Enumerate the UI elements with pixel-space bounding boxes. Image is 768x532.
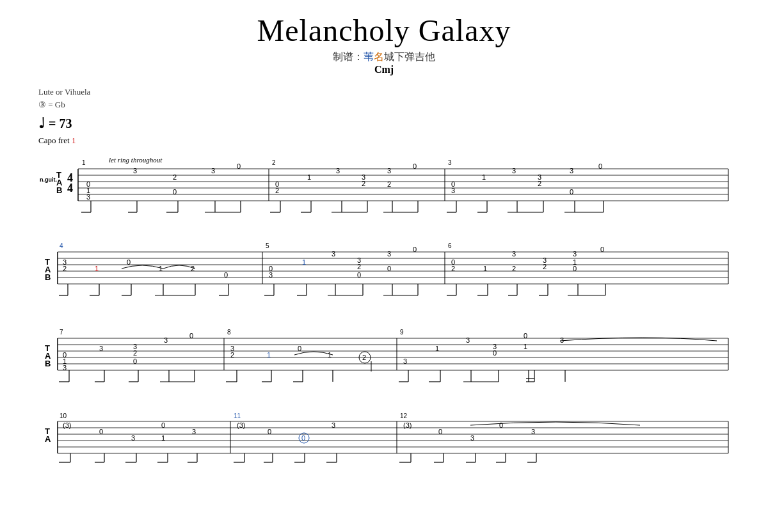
- svg-text:0: 0: [524, 332, 527, 340]
- svg-text:3: 3: [512, 167, 516, 175]
- svg-text:3: 3: [470, 434, 474, 442]
- svg-text:2: 2: [357, 263, 361, 270]
- svg-text:3: 3: [403, 357, 407, 365]
- subtitle-green: 城下弹吉他: [384, 51, 435, 62]
- section-3: T A B 7 0 1 3 3 3 2 0: [38, 320, 730, 397]
- svg-text:0: 0: [570, 188, 573, 196]
- tempo-line: ♩ = 73: [38, 115, 730, 132]
- svg-text:let ring throughout: let ring throughout: [109, 156, 163, 164]
- capo-line: Capo fret 1: [38, 136, 730, 146]
- svg-text:2: 2: [230, 351, 234, 359]
- svg-text:0: 0: [224, 271, 228, 279]
- svg-text:4: 4: [60, 242, 63, 249]
- subtitle-orange: 名: [374, 51, 384, 62]
- svg-text:0: 0: [237, 162, 241, 170]
- title-section: Melancholy Galaxy 制谱：苇名城下弹吉他 Cmj: [38, 13, 730, 75]
- svg-text:5: 5: [266, 242, 269, 249]
- svg-text:1: 1: [302, 258, 306, 266]
- svg-text:(3): (3): [403, 421, 412, 429]
- svg-text:3: 3: [63, 364, 67, 372]
- svg-text:3: 3: [86, 193, 90, 201]
- svg-text:11: 11: [234, 412, 241, 419]
- svg-text:2: 2: [451, 265, 455, 272]
- section-4: T A 10 (3) 0 3 0 1: [38, 410, 730, 467]
- svg-text:3: 3: [211, 167, 215, 175]
- svg-text:A: A: [45, 434, 51, 444]
- main-title: Melancholy Galaxy: [38, 13, 730, 48]
- svg-text:3: 3: [336, 167, 340, 175]
- svg-text:1: 1: [328, 351, 332, 359]
- svg-text:0: 0: [387, 265, 391, 272]
- svg-text:2: 2: [191, 265, 195, 272]
- staff-svg-1: n.guit. T A B 4 4 let ring throughout 1 …: [38, 151, 730, 221]
- svg-text:1: 1: [159, 265, 163, 272]
- subtitle-blue: 苇: [364, 51, 374, 62]
- svg-text:2: 2: [362, 180, 365, 187]
- svg-text:2: 2: [63, 265, 67, 272]
- svg-text:0: 0: [301, 434, 305, 442]
- svg-text:0: 0: [298, 345, 301, 352]
- svg-text:9: 9: [400, 329, 404, 336]
- svg-text:1: 1: [307, 173, 311, 181]
- svg-text:0: 0: [268, 428, 271, 435]
- svg-text:1: 1: [82, 159, 86, 166]
- svg-text:2: 2: [543, 263, 547, 270]
- svg-text:0: 0: [493, 349, 497, 357]
- svg-text:0: 0: [357, 271, 361, 279]
- svg-text:3: 3: [133, 167, 137, 175]
- instrument-name: Lute or Vihuela: [38, 87, 730, 97]
- svg-text:7: 7: [60, 329, 63, 336]
- svg-text:3: 3: [570, 167, 573, 175]
- svg-text:2: 2: [133, 349, 137, 357]
- subtitle: 制谱：苇名城下弹吉他: [38, 51, 730, 64]
- svg-text:3: 3: [164, 336, 168, 344]
- svg-text:1: 1: [435, 345, 439, 352]
- svg-text:2: 2: [387, 180, 391, 188]
- svg-text:(3): (3): [63, 421, 71, 429]
- svg-text:0: 0: [413, 246, 417, 253]
- staff-svg-3: T A B 7 0 1 3 3 3 2 0: [38, 320, 730, 397]
- svg-text:0: 0: [133, 357, 137, 365]
- svg-text:B: B: [45, 272, 51, 282]
- svg-text:4: 4: [67, 182, 73, 194]
- tuning: ③ = Gb: [38, 100, 730, 110]
- svg-text:3: 3: [560, 336, 564, 344]
- svg-text:0: 0: [99, 428, 103, 435]
- svg-text:3: 3: [448, 159, 452, 166]
- note-symbol: ♩: [38, 115, 45, 132]
- svg-text:B: B: [45, 359, 51, 368]
- svg-text:2: 2: [512, 265, 516, 272]
- svg-text:0: 0: [127, 258, 131, 266]
- capo-text: Capo fret: [38, 136, 70, 145]
- svg-text:6: 6: [448, 242, 452, 249]
- svg-text:0: 0: [413, 162, 417, 170]
- svg-text:n.guit.: n.guit.: [40, 176, 57, 183]
- svg-text:2: 2: [538, 180, 541, 187]
- svg-text:8: 8: [227, 329, 231, 336]
- svg-text:1: 1: [482, 173, 486, 181]
- svg-text:3: 3: [451, 187, 455, 194]
- svg-text:2: 2: [272, 159, 276, 166]
- staff-svg-2: T A B 4 3 2 1 0 1: [38, 234, 730, 308]
- page: Melancholy Galaxy 制谱：苇名城下弹吉他 Cmj Lute or…: [0, 0, 768, 493]
- section-2: T A B 4 3 2 1 0 1: [38, 234, 730, 308]
- capo-number: 1: [72, 136, 76, 145]
- svg-text:3: 3: [131, 434, 135, 442]
- svg-text:3: 3: [332, 421, 335, 429]
- svg-text:0: 0: [189, 332, 193, 340]
- svg-text:2: 2: [173, 173, 177, 181]
- svg-text:3: 3: [332, 250, 335, 258]
- svg-text:0: 0: [573, 265, 577, 272]
- svg-text:B: B: [56, 185, 62, 195]
- svg-text:2: 2: [362, 354, 366, 361]
- tempo-value: = 73: [49, 116, 72, 131]
- svg-text:0: 0: [598, 162, 602, 170]
- svg-text:3: 3: [192, 428, 196, 435]
- svg-text:1: 1: [483, 265, 487, 272]
- svg-text:0: 0: [499, 421, 503, 429]
- svg-text:10: 10: [60, 412, 67, 419]
- svg-text:1: 1: [267, 351, 271, 359]
- svg-text:2: 2: [275, 187, 279, 194]
- svg-text:1: 1: [161, 434, 165, 442]
- svg-text:12: 12: [400, 412, 408, 419]
